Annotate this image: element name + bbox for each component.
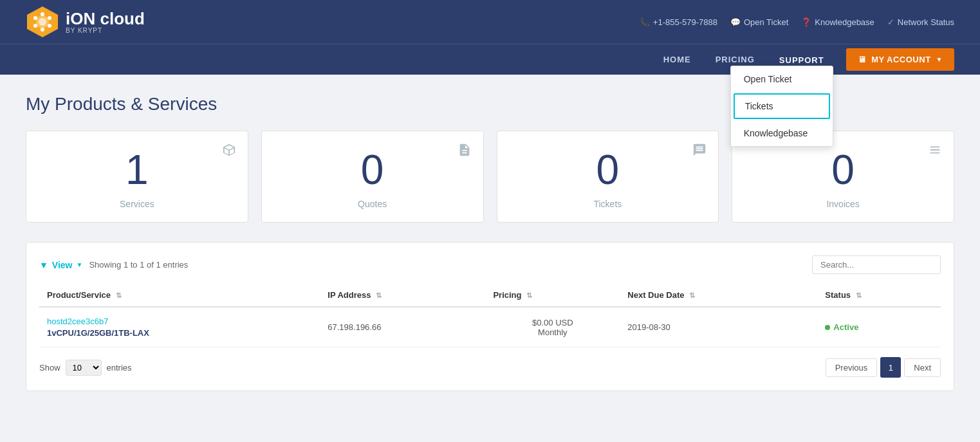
chevron-down-icon: ▼ [936, 56, 943, 63]
nav-bar: HOME PRICING SUPPORT Open Ticket Tickets… [0, 44, 980, 75]
sort-date-icon[interactable]: ⇅ [689, 291, 695, 299]
svg-point-8 [48, 24, 51, 28]
sort-ip-icon[interactable]: ⇅ [376, 291, 382, 299]
account-icon: 🖥 [858, 55, 867, 64]
my-account-label: MY ACCOUNT [871, 55, 930, 64]
col-pricing: Pricing ⇅ [485, 284, 620, 307]
status-dot [825, 325, 830, 330]
pricing-period: Monthly [493, 327, 612, 337]
brand-name: iON cloud [66, 10, 145, 27]
view-label: View [52, 260, 73, 270]
network-status-link[interactable]: ✓ Network Status [887, 17, 954, 27]
products-table: Product/Service ⇅ IP Address ⇅ Pricing ⇅… [39, 284, 941, 347]
col-status: Status ⇅ [817, 284, 941, 307]
table-section: ▼ View ▼ Showing 1 to 1 of 1 entries Pro… [26, 242, 954, 391]
sort-product-icon[interactable]: ⇅ [116, 291, 122, 299]
quotes-label: Quotes [358, 199, 387, 209]
invoices-label: Invoices [826, 199, 859, 209]
view-chevron-icon: ▼ [77, 261, 83, 268]
logo-text: iON cloud BY KRYPT [66, 10, 145, 34]
svg-point-3 [41, 12, 44, 16]
table-header-row: Product/Service ⇅ IP Address ⇅ Pricing ⇅… [39, 284, 941, 307]
invoices-icon [928, 143, 942, 160]
knowledgebase-link[interactable]: ❓ Knowledgebase [801, 17, 874, 27]
dropdown-tickets[interactable]: Tickets [734, 93, 830, 119]
table-controls-left: ▼ View ▼ Showing 1 to 1 of 1 entries [39, 260, 188, 270]
due-date-cell: 2019-08-30 [620, 307, 817, 347]
header-top-bar: iON cloud BY KRYPT 📞 +1-855-579-7888 💬 O… [0, 0, 980, 44]
open-ticket-label: Open Ticket [744, 17, 788, 27]
col-product: Product/Service ⇅ [39, 284, 320, 307]
services-label: Services [120, 199, 154, 209]
table-row: hostd2cee3c6b7 1vCPU/1G/25GB/1TB-LAX 67.… [39, 307, 941, 347]
product-name: 1vCPU/1G/25GB/1TB-LAX [47, 328, 149, 338]
network-status-label: Network Status [898, 17, 954, 27]
my-account-button[interactable]: 🖥 MY ACCOUNT ▼ [846, 48, 954, 71]
status-value: Active [825, 322, 858, 332]
previous-button[interactable]: Previous [826, 358, 878, 377]
show-entries: Show 10 25 50 100 entries [39, 360, 132, 376]
svg-point-4 [41, 28, 44, 32]
filter-icon: ▼ [39, 260, 48, 270]
tickets-icon [692, 143, 707, 160]
view-button[interactable]: ▼ View ▼ [39, 260, 82, 270]
product-link[interactable]: hostd2cee3c6b7 [47, 317, 312, 326]
logo[interactable]: iON cloud BY KRYPT [26, 5, 145, 39]
stat-card-tickets: 0 Tickets [497, 131, 719, 223]
stat-card-services: 1 Services [26, 131, 248, 223]
entries-select[interactable]: 10 25 50 100 [66, 360, 102, 376]
table-footer: Show 10 25 50 100 entries Previous 1 Nex… [39, 357, 941, 378]
support-dropdown: Open Ticket Tickets Knowledgebase [730, 66, 833, 147]
sort-status-icon[interactable]: ⇅ [856, 291, 862, 299]
tickets-label: Tickets [593, 199, 622, 209]
dropdown-knowledgebase[interactable]: Knowledgebase [731, 120, 833, 146]
showing-text: Showing 1 to 1 of 1 entries [89, 260, 188, 270]
col-due-date: Next Due Date ⇅ [620, 284, 817, 307]
show-label: Show [39, 363, 60, 373]
check-icon: ✓ [887, 17, 894, 27]
stat-card-quotes: 0 Quotes [261, 131, 484, 223]
kb-icon: ❓ [801, 17, 811, 27]
quotes-count: 0 [361, 147, 384, 192]
open-ticket-link[interactable]: 💬 Open Ticket [730, 17, 788, 27]
tickets-count: 0 [596, 147, 620, 192]
nav-support-wrapper: SUPPORT Open Ticket Tickets Knowledgebas… [777, 54, 827, 66]
table-header: ▼ View ▼ Showing 1 to 1 of 1 entries [39, 255, 941, 274]
sort-pricing-icon[interactable]: ⇅ [526, 291, 532, 299]
invoices-count: 0 [831, 147, 855, 192]
svg-point-6 [48, 16, 51, 20]
pricing-cell: $0.00 USD Monthly [485, 307, 620, 347]
logo-icon [26, 5, 59, 39]
svg-point-2 [39, 18, 46, 26]
services-count: 1 [125, 147, 149, 192]
entries-label: entries [107, 363, 132, 373]
svg-point-5 [33, 16, 37, 20]
knowledgebase-label: Knowledgebase [815, 17, 874, 27]
phone-number: +1-855-579-7888 [653, 17, 717, 27]
services-icon [222, 143, 236, 160]
pricing-amount: $0.00 USD [493, 318, 612, 327]
phone-icon: 📞 [640, 17, 650, 27]
ticket-icon: 💬 [730, 17, 741, 27]
col-ip: IP Address ⇅ [320, 284, 485, 307]
brand-sub: BY KRYPT [66, 27, 145, 34]
svg-point-7 [33, 24, 37, 28]
ip-address-cell: 67.198.196.66 [320, 307, 485, 347]
phone-link[interactable]: 📞 +1-855-579-7888 [640, 17, 717, 27]
next-button[interactable]: Next [904, 358, 941, 377]
quotes-icon [458, 143, 472, 160]
nav-home[interactable]: HOME [661, 44, 694, 75]
page-number-1[interactable]: 1 [880, 357, 901, 378]
status-cell: Active [817, 307, 941, 347]
product-cell: hostd2cee3c6b7 1vCPU/1G/25GB/1TB-LAX [39, 307, 320, 347]
header-top-links: 📞 +1-855-579-7888 💬 Open Ticket ❓ Knowle… [640, 17, 954, 27]
pagination: Previous 1 Next [826, 357, 941, 378]
dropdown-open-ticket[interactable]: Open Ticket [731, 66, 833, 92]
table-search-input[interactable] [812, 255, 941, 274]
